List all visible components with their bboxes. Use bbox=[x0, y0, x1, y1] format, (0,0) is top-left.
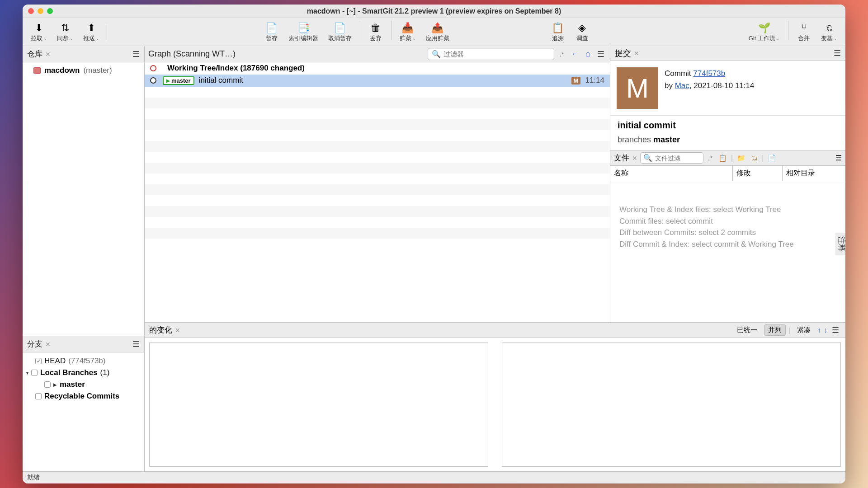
col-name[interactable]: 名称 bbox=[610, 166, 732, 181]
checkbox-icon[interactable] bbox=[31, 370, 38, 376]
file-icon[interactable]: 📄 bbox=[766, 154, 778, 162]
files-panel-header: 文件✕ 🔍 .* 📋 | 📁 🗂 | 📄 ☰ 注释 bbox=[610, 150, 845, 166]
graph-rows: Working Tree/Index (187690 changed) mast… bbox=[145, 62, 610, 322]
commit-author-link[interactable]: Mac bbox=[675, 81, 689, 90]
commit-node-icon bbox=[150, 65, 156, 71]
discard-icon: 🗑 bbox=[369, 22, 382, 34]
prev-change-icon[interactable]: ↑ bbox=[817, 326, 821, 334]
col-relative-dir[interactable]: 相对目录 bbox=[782, 166, 845, 181]
repo-item[interactable]: macdown (master) bbox=[23, 64, 144, 77]
notes-tab[interactable]: 注释 bbox=[835, 233, 846, 255]
commit-message: initial commit bbox=[610, 116, 845, 135]
gitflow-icon: 🌱 bbox=[758, 22, 770, 34]
close-icon[interactable]: ✕ bbox=[45, 51, 51, 58]
sync-button[interactable]: ⇅同步⌄ bbox=[52, 21, 78, 43]
investigate-icon: ◈ bbox=[576, 22, 589, 34]
toolbar: ⬇︎拉取⌄ ⇅同步⌄ ⬆︎推送⌄ 📄暂存 📑索引编辑器 📄取消暂存 🗑丢弃 📥贮… bbox=[23, 18, 845, 46]
diff-pane-right bbox=[502, 343, 841, 467]
push-button[interactable]: ⬆︎推送⌄ bbox=[79, 21, 104, 43]
next-change-icon[interactable]: ↓ bbox=[824, 326, 827, 334]
play-icon: ▶ bbox=[53, 382, 57, 387]
gitflow-button[interactable]: 🌱Git 工作流⌄ bbox=[744, 21, 784, 43]
graph-title: Graph (Scanning WT…) bbox=[148, 49, 236, 59]
regex-toggle[interactable]: .* bbox=[706, 154, 714, 162]
branch-tree: HEAD (774f573b) ▾Local Branches (1) ▶mas… bbox=[23, 352, 144, 405]
unstash-icon: 📄 bbox=[334, 22, 346, 34]
menu-icon[interactable]: ☰ bbox=[132, 339, 140, 349]
unstash-button[interactable]: 📄取消暂存 bbox=[324, 21, 356, 43]
close-icon[interactable]: ✕ bbox=[632, 155, 637, 162]
investigate-button[interactable]: ◈调查 bbox=[571, 21, 594, 43]
blame-icon: 📋 bbox=[552, 22, 564, 34]
folder-icon[interactable]: 📁 bbox=[736, 154, 747, 162]
rebase-icon: ⎌ bbox=[823, 22, 835, 34]
menu-icon[interactable]: ☰ bbox=[834, 48, 841, 58]
view-compact-button[interactable]: 紧凑 bbox=[793, 324, 815, 336]
maximize-window-button[interactable] bbox=[47, 8, 53, 14]
repo-name: macdown bbox=[44, 66, 80, 75]
checkbox-icon[interactable] bbox=[35, 393, 42, 399]
minimize-window-button[interactable] bbox=[38, 8, 43, 14]
filter-input[interactable]: 🔍 bbox=[428, 48, 554, 60]
close-icon[interactable]: ✕ bbox=[634, 50, 639, 57]
graph-header: Graph (Scanning WT…) 🔍 .* ← ⌂ ☰ bbox=[145, 46, 610, 62]
collapse-icon[interactable]: ▾ bbox=[26, 371, 28, 375]
rebase-button[interactable]: ⎌变基⌄ bbox=[816, 21, 842, 43]
view-unified-button[interactable]: 已统一 bbox=[733, 324, 761, 336]
commit-node-icon bbox=[150, 77, 156, 84]
stash-save-button[interactable]: 📥贮藏⌄ bbox=[395, 21, 420, 43]
search-icon: 🔍 bbox=[432, 50, 441, 58]
window-title: macdown - [~] - SmartGit 21.2 preview 1 … bbox=[23, 7, 845, 15]
commit-hash-link[interactable]: 774f573b bbox=[693, 69, 725, 78]
blame-button[interactable]: 📋追溯 bbox=[546, 21, 570, 43]
graph-row[interactable]: master initial commit M 11:14 bbox=[145, 75, 610, 87]
home-icon[interactable]: ⌂ bbox=[584, 49, 592, 59]
commit-branches: branches master bbox=[610, 135, 845, 150]
commit-time: 11:14 bbox=[585, 76, 604, 85]
avatar: M bbox=[617, 67, 658, 109]
menu-icon[interactable]: ☰ bbox=[835, 154, 842, 162]
branches-panel-header: 分支✕ ☰ bbox=[23, 336, 144, 352]
sync-icon: ⇅ bbox=[59, 22, 71, 34]
stash-icon: 📄 bbox=[265, 22, 278, 34]
repo-icon bbox=[33, 67, 41, 74]
regex-toggle[interactable]: .* bbox=[558, 50, 566, 58]
branch-local-branches[interactable]: ▾Local Branches (1) bbox=[26, 367, 141, 379]
upload-icon: ⬆︎ bbox=[85, 22, 98, 34]
changes-panel-header: 的变化✕ 已统一 并列 | 紧凑 ↑ ↓ ☰ bbox=[145, 323, 845, 338]
back-icon[interactable]: ← bbox=[570, 49, 580, 59]
files-columns: 名称 修改 相对目录 bbox=[610, 166, 845, 181]
graph-row-wt[interactable]: Working Tree/Index (187690 changed) bbox=[145, 62, 610, 75]
repo-branch: (master) bbox=[83, 66, 112, 75]
branch-recyclable[interactable]: Recyclable Commits bbox=[26, 390, 141, 402]
close-icon[interactable]: ✕ bbox=[175, 327, 180, 334]
stash-button[interactable]: 📄暂存 bbox=[260, 21, 283, 43]
diff-pane-left bbox=[149, 343, 488, 467]
repo-list: macdown (master) bbox=[23, 62, 144, 336]
file-filter-input[interactable]: 🔍 bbox=[640, 152, 703, 164]
menu-icon[interactable]: ☰ bbox=[595, 49, 606, 59]
pull-button[interactable]: ⬇︎拉取⌄ bbox=[26, 21, 52, 43]
menu-icon[interactable]: ☰ bbox=[830, 325, 841, 335]
menu-icon[interactable]: ☰ bbox=[132, 49, 140, 59]
col-modified[interactable]: 修改 bbox=[732, 166, 782, 181]
index-editor-icon: 📑 bbox=[297, 22, 310, 34]
branch-head[interactable]: HEAD (774f573b) bbox=[26, 355, 141, 367]
index-editor-button[interactable]: 📑索引编辑器 bbox=[284, 21, 323, 43]
close-icon[interactable]: ✕ bbox=[45, 341, 51, 348]
discard-button[interactable]: 🗑丢弃 bbox=[364, 21, 387, 43]
commit-panel-header: 提交✕ ☰ bbox=[610, 46, 845, 61]
checkbox-icon[interactable] bbox=[35, 358, 42, 364]
checkbox-icon[interactable] bbox=[44, 381, 51, 388]
copy-icon[interactable]: 📋 bbox=[717, 154, 728, 162]
stash-save-icon: 📥 bbox=[401, 22, 414, 34]
folder-tree-icon[interactable]: 🗂 bbox=[750, 154, 759, 162]
author-badge: M bbox=[571, 77, 581, 84]
titlebar: macdown - [~] - SmartGit 21.2 preview 1 … bbox=[23, 5, 845, 18]
view-side-by-side-button[interactable]: 并列 bbox=[764, 324, 786, 336]
branch-master[interactable]: ▶master bbox=[26, 379, 141, 390]
repos-panel-header: 仓库✕ ☰ bbox=[23, 46, 144, 62]
apply-stash-button[interactable]: 📤应用贮藏 bbox=[421, 21, 454, 43]
close-window-button[interactable] bbox=[28, 8, 34, 14]
merge-button[interactable]: ⑂合并 bbox=[792, 21, 816, 43]
